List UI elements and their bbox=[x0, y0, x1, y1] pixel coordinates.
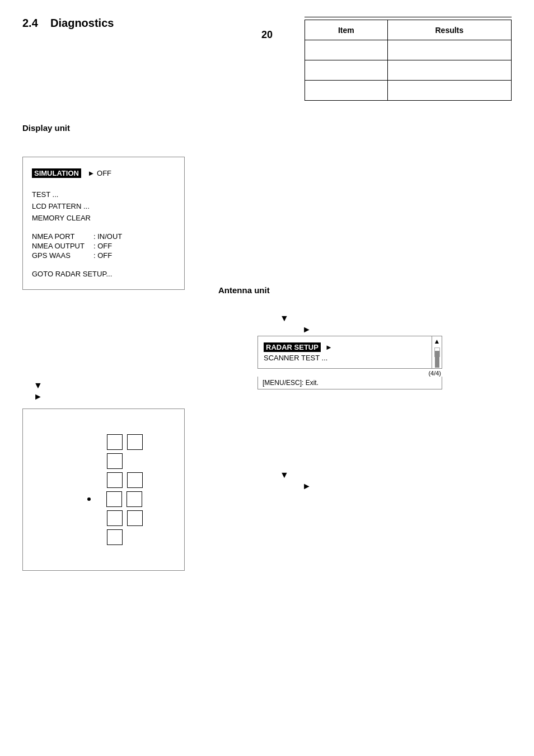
page-indicator: (4/4) bbox=[257, 370, 442, 377]
menu-item-test: TEST ... bbox=[32, 190, 175, 199]
results-table: Item Results bbox=[305, 20, 512, 101]
radar-arrow-down: ▼ bbox=[280, 470, 289, 480]
col-results: Results bbox=[387, 20, 511, 40]
simulation-highlighted: SIMULATION bbox=[32, 168, 81, 178]
simulation-arrow: ► bbox=[88, 169, 95, 177]
table-row bbox=[305, 40, 512, 60]
goto-radar-label: GOTO RADAR SETUP... bbox=[32, 270, 175, 278]
simulation-value: OFF bbox=[97, 169, 111, 177]
radar-setup-box: RADAR SETUP ► SCANNER TEST ... ▲ ▼ (4/4)… bbox=[257, 336, 442, 389]
lcd-cell bbox=[127, 510, 143, 526]
antenna-arrow-down: ▼ bbox=[280, 313, 289, 323]
gps-waas-row: GPS WAAS : OFF bbox=[32, 251, 175, 260]
scrollbar: ▲ ▼ bbox=[432, 336, 442, 368]
lcd-row-1 bbox=[87, 434, 143, 450]
lcd-cell bbox=[107, 510, 123, 526]
lcd-cell bbox=[127, 434, 143, 450]
lcd-row-6 bbox=[87, 529, 143, 545]
antenna-unit-label: Antenna unit bbox=[218, 285, 270, 295]
col-item: Item bbox=[305, 20, 388, 40]
display-unit-menu: SIMULATION ► OFF TEST ... LCD PATTERN ..… bbox=[22, 157, 185, 290]
nmea-port-row: NMEA PORT : IN/OUT bbox=[32, 232, 175, 241]
radar-setup-row: RADAR SETUP ► bbox=[264, 342, 426, 352]
radar-footer: [MENU/ESC]: Exit. bbox=[257, 377, 442, 389]
lcd-cell bbox=[107, 529, 123, 545]
table-row bbox=[305, 60, 512, 81]
lcd-cell bbox=[107, 453, 123, 469]
lcd-arrow-right: ► bbox=[34, 392, 43, 402]
lcd-row-4 bbox=[87, 491, 142, 507]
scrollbar-thumb bbox=[435, 351, 439, 368]
lcd-pattern-box bbox=[22, 408, 185, 571]
lcd-cell bbox=[107, 434, 123, 450]
page-number: 20 bbox=[261, 29, 273, 41]
lcd-arrow-down: ▼ bbox=[34, 381, 43, 391]
lcd-cell bbox=[127, 491, 142, 507]
lcd-cell bbox=[106, 491, 122, 507]
scanner-test-row: SCANNER TEST ... bbox=[264, 354, 426, 362]
menu-item-lcd: LCD PATTERN ... bbox=[32, 202, 175, 210]
scrollbar-up-arrow: ▲ bbox=[434, 336, 441, 345]
lcd-cell bbox=[107, 472, 123, 488]
table-row bbox=[305, 81, 512, 101]
lcd-row-3 bbox=[87, 472, 143, 488]
antenna-arrow-right: ► bbox=[302, 325, 311, 335]
nmea-output-row: NMEA OUTPUT : OFF bbox=[32, 242, 175, 250]
table-top-line bbox=[305, 17, 512, 17]
lcd-cell bbox=[127, 472, 143, 488]
menu-item-memory: MEMORY CLEAR bbox=[32, 214, 175, 222]
results-table-container: Item Results bbox=[305, 17, 512, 101]
lcd-dot bbox=[87, 497, 91, 501]
display-unit-label: Display unit bbox=[22, 123, 70, 133]
lcd-row-2 bbox=[87, 453, 143, 469]
simulation-row: SIMULATION ► OFF bbox=[32, 168, 175, 178]
scrollbar-track bbox=[434, 348, 440, 356]
radar-arrow-right: ► bbox=[302, 481, 311, 491]
lcd-row-5 bbox=[87, 510, 143, 526]
